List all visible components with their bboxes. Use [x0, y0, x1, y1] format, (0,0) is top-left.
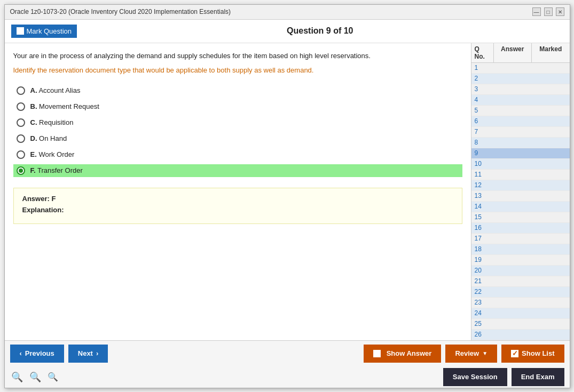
sidebar-row[interactable]: 11 [471, 170, 570, 180]
sidebar-row[interactable]: 12 [471, 180, 570, 191]
next-button[interactable]: Next › [68, 345, 108, 363]
sidebar-cell-qno: 1 [471, 64, 494, 71]
options-list: A. Account AliasB. Movement RequestC. Re… [13, 84, 462, 177]
review-button[interactable]: Review ▼ [445, 345, 497, 363]
sidebar-cell-qno: 19 [471, 256, 494, 263]
option-label-F: F. Transfer Order [30, 166, 83, 174]
sidebar-cell-qno: 5 [471, 107, 494, 114]
sidebar-row[interactable]: 10 [471, 159, 570, 170]
minimize-button[interactable]: — [532, 7, 541, 16]
question-text1: Your are in the process of analyzing the… [13, 51, 462, 61]
sidebar-row[interactable]: 5 [471, 106, 570, 116]
option-radio-C [17, 118, 25, 127]
sidebar-list[interactable]: 1 2 3 4 5 6 7 8 9 10 11 [471, 63, 570, 340]
show-answer-button[interactable]: Show Answer [364, 345, 442, 363]
footer-bottom-buttons: 🔍 🔍 🔍 Save Session End Exam [5, 366, 570, 388]
option-label-A: A. Account Alias [30, 86, 81, 94]
sidebar-cell-qno: 11 [471, 171, 494, 178]
sidebar-row[interactable]: 9 [471, 148, 570, 159]
save-session-button[interactable]: Save Session [443, 368, 507, 386]
sidebar-row[interactable]: 17 [471, 234, 570, 244]
show-answer-label: Show Answer [387, 349, 432, 357]
option-D[interactable]: D. On Hand [13, 132, 462, 145]
sidebar-row[interactable]: 18 [471, 244, 570, 255]
option-F[interactable]: F. Transfer Order [13, 164, 462, 177]
question-title: Question 9 of 10 [77, 26, 563, 36]
sidebar-row[interactable]: 22 [471, 287, 570, 298]
sidebar-row[interactable]: 15 [471, 212, 570, 223]
sidebar-cell-qno: 17 [471, 235, 494, 242]
show-list-label: Show List [522, 349, 554, 357]
sidebar-cell-qno: 20 [471, 267, 494, 274]
sidebar-row[interactable]: 6 [471, 116, 570, 127]
bookmark-icon [17, 27, 24, 35]
sidebar-cell-qno: 4 [471, 96, 494, 103]
option-A[interactable]: A. Account Alias [13, 84, 462, 97]
sidebar-header-marked: Marked [532, 43, 570, 62]
zoom-out-button[interactable]: 🔍 [10, 370, 24, 384]
explanation-label: Explanation: [22, 206, 453, 214]
option-label-D: D. On Hand [30, 134, 67, 142]
sidebar-row[interactable]: 24 [471, 308, 570, 319]
sidebar-cell-qno: 26 [471, 331, 494, 338]
footer-buttons: ‹ Previous Next › Show Answer Review ▼ S… [5, 341, 570, 366]
question-text2: Identify the reservation document type t… [13, 65, 462, 76]
previous-arrow-icon: ‹ [20, 349, 22, 357]
sidebar-header: Q No. Answer Marked [471, 43, 570, 63]
sidebar-cell-qno: 7 [471, 128, 494, 135]
sidebar-row[interactable]: 19 [471, 255, 570, 266]
sidebar-header-answer: Answer [494, 43, 532, 62]
sidebar-row[interactable]: 13 [471, 191, 570, 202]
previous-button[interactable]: ‹ Previous [10, 345, 64, 363]
next-label: Next [78, 349, 93, 357]
show-list-button[interactable]: Show List [501, 345, 564, 363]
sidebar-cell-qno: 9 [471, 149, 494, 157]
sidebar-cell-qno: 21 [471, 277, 494, 285]
sidebar-cell-qno: 24 [471, 309, 494, 317]
answer-box: Answer: F Explanation: [13, 188, 462, 224]
mark-question-button[interactable]: Mark Question [11, 25, 77, 38]
sidebar-cell-qno: 15 [471, 213, 494, 221]
sidebar-cell-qno: 18 [471, 245, 494, 253]
sidebar-row[interactable]: 16 [471, 223, 570, 234]
sidebar-row[interactable]: 26 [471, 330, 570, 340]
sidebar-row[interactable]: 21 [471, 276, 570, 287]
option-radio-E [17, 150, 25, 159]
maximize-button[interactable]: □ [544, 7, 553, 16]
option-radio-A [17, 86, 25, 95]
show-list-checkbox [511, 350, 518, 357]
option-radio-F [17, 166, 25, 175]
sidebar: Q No. Answer Marked 1 2 3 4 5 6 7 [471, 43, 570, 340]
sidebar-cell-qno: 8 [471, 139, 494, 146]
sidebar-row[interactable]: 14 [471, 202, 570, 212]
zoom-reset-button[interactable]: 🔍 [28, 370, 42, 384]
option-label-B: B. Movement Request [30, 102, 99, 110]
option-C[interactable]: C. Requisition [13, 116, 462, 129]
mark-question-label: Mark Question [27, 27, 72, 35]
sidebar-cell-qno: 23 [471, 299, 494, 306]
main-window: Oracle 1z0-1073-20 (Oracle Inventory Clo… [4, 4, 570, 388]
sidebar-row[interactable]: 1 [471, 63, 570, 74]
window-controls: — □ ✕ [532, 7, 564, 16]
previous-label: Previous [25, 349, 54, 357]
sidebar-cell-qno: 12 [471, 181, 494, 189]
review-dropdown-icon: ▼ [482, 350, 487, 356]
end-exam-button[interactable]: End Exam [512, 368, 564, 386]
footer: ‹ Previous Next › Show Answer Review ▼ S… [5, 340, 570, 388]
option-B[interactable]: B. Movement Request [13, 100, 462, 113]
question-area: Your are in the process of analyzing the… [5, 43, 471, 340]
option-E[interactable]: E. Work Order [13, 148, 462, 161]
title-bar: Oracle 1z0-1073-20 (Oracle Inventory Clo… [5, 5, 570, 20]
sidebar-row[interactable]: 23 [471, 298, 570, 308]
close-button[interactable]: ✕ [556, 7, 564, 16]
option-radio-D [17, 134, 25, 143]
sidebar-row[interactable]: 2 [471, 74, 570, 84]
sidebar-row[interactable]: 3 [471, 84, 570, 95]
sidebar-row[interactable]: 25 [471, 319, 570, 330]
window-title: Oracle 1z0-1073-20 (Oracle Inventory Clo… [10, 8, 231, 15]
sidebar-row[interactable]: 4 [471, 95, 570, 106]
sidebar-row[interactable]: 8 [471, 138, 570, 148]
sidebar-row[interactable]: 7 [471, 127, 570, 138]
zoom-in-button[interactable]: 🔍 [46, 371, 59, 383]
sidebar-row[interactable]: 20 [471, 266, 570, 276]
